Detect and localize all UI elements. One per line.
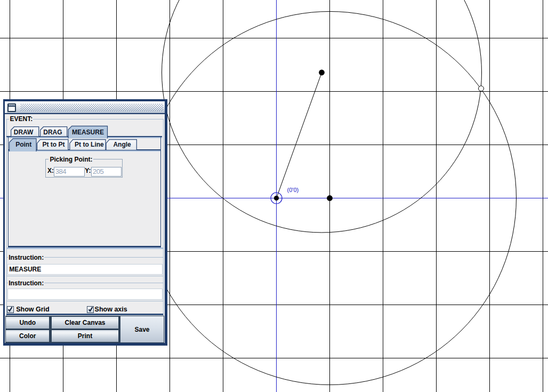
- svg-text:Point: Point: [15, 141, 31, 148]
- svg-text:(0'0): (0'0): [287, 187, 299, 193]
- svg-text:DRAW: DRAW: [14, 128, 34, 135]
- svg-text:Angle: Angle: [114, 141, 132, 148]
- svg-text:MEASURE: MEASURE: [72, 128, 104, 135]
- svg-text:Pt to Pt: Pt to Pt: [43, 141, 65, 148]
- svg-text:DRAG: DRAG: [44, 128, 62, 135]
- svg-text:Pt to Line: Pt to Line: [75, 141, 104, 148]
